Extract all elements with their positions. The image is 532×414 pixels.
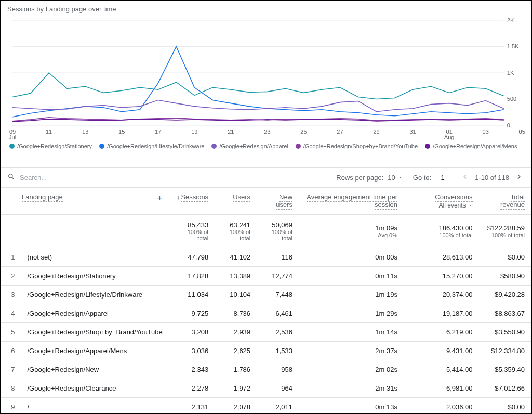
- row-avg: 1m 29s: [299, 304, 404, 323]
- table-row[interactable]: 1(not set)47,79841,1021160m 00s28,613.00…: [1, 248, 531, 267]
- row-users: 1,972: [215, 379, 257, 398]
- legend-item[interactable]: /Google+Redesign/Apparel/Mens: [425, 143, 517, 149]
- svg-text:17: 17: [155, 128, 161, 135]
- rows-per-page-value: 10: [388, 174, 395, 182]
- col-conversions[interactable]: Conversions: [435, 193, 472, 202]
- table-row[interactable]: 9/2,1312,0782,0110m 13s2,036.00$0.00: [1, 398, 531, 413]
- prev-page-button[interactable]: [459, 171, 471, 184]
- row-sessions: 11,034: [169, 286, 215, 304]
- goto-input[interactable]: [434, 174, 451, 182]
- totals-sessions: 85,433: [188, 221, 208, 229]
- row-new-users: 116: [257, 248, 299, 267]
- search-icon: [7, 173, 16, 183]
- row-new-users: 2,011: [257, 398, 299, 413]
- row-landing-page: /: [21, 398, 169, 413]
- col-total-revenue[interactable]: Total revenue: [500, 193, 525, 210]
- row-avg: 2m 02s: [299, 360, 404, 379]
- legend-dot-icon: [296, 144, 301, 149]
- legend-dot-icon: [425, 144, 430, 149]
- line-chart[interactable]: 2K1.5K1K50000911131517192123252729310103…: [7, 15, 525, 140]
- row-sessions: 2,278: [169, 379, 215, 398]
- legend-label: /Google+Redesign/Lifestyle/Drinkware: [107, 143, 204, 149]
- row-new-users: 6,461: [257, 304, 299, 323]
- svg-text:27: 27: [337, 128, 343, 135]
- table-row[interactable]: 6/Google+Redesign/Apparel/Mens3,0362,625…: [1, 342, 531, 360]
- totals-conversions: 186,430.00: [439, 224, 473, 232]
- col-new-users[interactable]: New users: [276, 193, 292, 210]
- table-row[interactable]: 8/Google+Redesign/Clearance2,2781,972964…: [1, 379, 531, 398]
- add-dimension-button[interactable]: +: [157, 193, 163, 204]
- svg-text:19: 19: [191, 128, 197, 135]
- row-landing-page: /Google+Redesign/Stationery: [21, 267, 169, 286]
- totals-revenue: $122,288.59: [487, 224, 525, 232]
- row-conversions: 2,036.00: [404, 398, 479, 413]
- chart-title: Sessions by Landing page over time: [7, 5, 525, 13]
- legend-label: /Google+Redesign/Apparel: [219, 143, 288, 149]
- row-sessions: 9,725: [169, 304, 215, 323]
- table-row[interactable]: 3/Google+Redesign/Lifestyle/Drinkware11,…: [1, 286, 531, 304]
- row-avg: 1m 14s: [299, 323, 404, 342]
- legend-item[interactable]: /Google+Redesign/Shop+by+Brand/YouTube: [296, 143, 418, 149]
- row-sessions: 17,828: [169, 267, 215, 286]
- row-sessions: 3,036: [169, 342, 215, 360]
- row-avg: 0m 13s: [299, 398, 404, 413]
- row-index: 2: [1, 267, 21, 286]
- row-revenue: $0.00: [479, 248, 531, 267]
- row-new-users: 958: [257, 360, 299, 379]
- row-conversions: 5,414.00: [404, 360, 479, 379]
- row-index: 9: [1, 398, 21, 413]
- svg-text:03: 03: [483, 128, 489, 135]
- legend-item[interactable]: /Google+Redesign/Stationery: [9, 143, 92, 149]
- goto-label: Go to:: [413, 174, 431, 182]
- search-input[interactable]: [20, 174, 124, 182]
- table-row[interactable]: 5/Google+Redesign/Shop+by+Brand/YouTube3…: [1, 323, 531, 342]
- legend-dot-icon: [99, 144, 104, 149]
- next-page-button[interactable]: [513, 171, 525, 184]
- sort-arrow-icon: ↓: [177, 193, 180, 201]
- row-conversions: 9,431.00: [404, 342, 479, 360]
- col-users[interactable]: Users: [233, 193, 250, 202]
- row-users: 2,078: [215, 398, 257, 413]
- row-new-users: 1,533: [257, 342, 299, 360]
- svg-text:15: 15: [118, 128, 125, 135]
- table-row[interactable]: 4/Google+Redesign/Apparel9,7258,7366,461…: [1, 304, 531, 323]
- row-revenue: $3,550.90: [479, 323, 531, 342]
- row-new-users: 964: [257, 379, 299, 398]
- svg-text:500: 500: [507, 96, 516, 102]
- totals-avg: 1m 09s: [375, 224, 397, 232]
- table-row[interactable]: 7/Google+Redesign/New2,3431,7869582m 02s…: [1, 360, 531, 379]
- row-landing-page: /Google+Redesign/Lifestyle/Drinkware: [21, 286, 169, 304]
- row-index: 3: [1, 286, 21, 304]
- svg-text:23: 23: [264, 128, 270, 135]
- pagination-range: 1-10 of 118: [475, 174, 509, 182]
- row-sessions: 2,131: [169, 398, 215, 413]
- row-conversions: 15,270.00: [404, 267, 479, 286]
- row-index: 7: [1, 360, 21, 379]
- row-users: 10,104: [215, 286, 257, 304]
- col-landing-page[interactable]: Landing page: [22, 193, 63, 202]
- rows-per-page-label: Rows per page:: [336, 174, 383, 182]
- row-conversions: 6,219.00: [404, 323, 479, 342]
- legend-dot-icon: [9, 144, 15, 149]
- conversions-filter-select[interactable]: All events: [439, 202, 473, 209]
- rows-per-page-select[interactable]: 10: [387, 173, 404, 183]
- totals-new-users: 50,069: [272, 221, 292, 229]
- svg-text:1.5K: 1.5K: [507, 44, 519, 50]
- row-new-users: 12,774: [257, 267, 299, 286]
- legend-item[interactable]: /Google+Redesign/Lifestyle/Drinkware: [99, 143, 204, 149]
- legend-item[interactable]: /Google+Redesign/Apparel: [211, 143, 288, 149]
- row-avg: 2m 31s: [299, 379, 404, 398]
- row-avg: 1m 19s: [299, 286, 404, 304]
- row-index: 1: [1, 248, 21, 267]
- row-revenue: $5,359.40: [479, 360, 531, 379]
- row-landing-page: /Google+Redesign/Clearance: [21, 379, 169, 398]
- legend-dot-icon: [211, 144, 217, 149]
- row-index: 8: [1, 379, 21, 398]
- row-revenue: $0.00: [479, 398, 531, 413]
- table-row[interactable]: 2/Google+Redesign/Stationery17,82813,389…: [1, 267, 531, 286]
- chart-legend: /Google+Redesign/Stationery/Google+Redes…: [7, 143, 525, 149]
- col-avg-engagement[interactable]: Average engagement time per session: [307, 193, 397, 210]
- row-landing-page: /Google+Redesign/New: [21, 360, 169, 379]
- svg-text:21: 21: [228, 128, 234, 135]
- col-sessions[interactable]: Sessions: [181, 193, 208, 202]
